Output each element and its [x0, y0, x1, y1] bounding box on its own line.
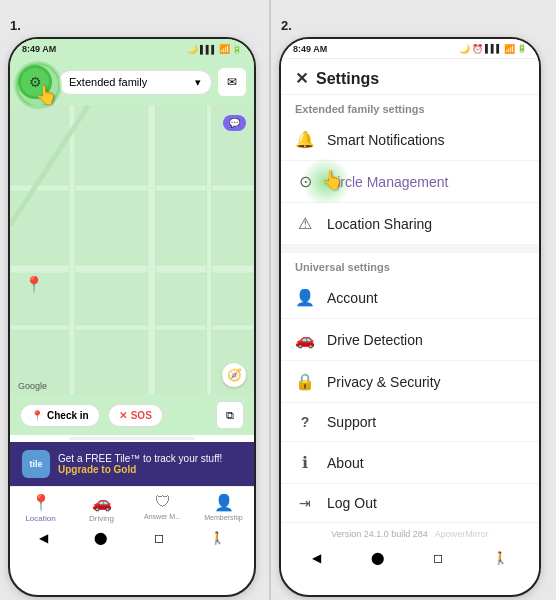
cursor-hand-2: 👆 — [321, 169, 343, 191]
nav-location[interactable]: 📍 Location — [10, 493, 71, 523]
svg-rect-4 — [69, 105, 75, 395]
settings-item-logout[interactable]: ⇥ Log Out — [281, 484, 539, 523]
nav-membership[interactable]: 👤 Membership — [193, 493, 254, 523]
layers-button[interactable]: ⧉ — [216, 401, 244, 429]
driving-nav-label: Driving — [89, 514, 114, 523]
status-bar-2: 8:49 AM 🌙 ⏰ ▌▌▌ 📶 🔋 — [281, 39, 539, 59]
tile-icon: tile — [22, 450, 50, 478]
bell-icon: 🔔 — [295, 130, 315, 149]
settings-item-account[interactable]: 👤 Account — [281, 277, 539, 319]
checkin-label: Check in — [47, 410, 89, 421]
checkin-icon: 📍 — [31, 410, 43, 421]
mail-icon: ✉ — [227, 75, 237, 89]
settings-item-drive-detection[interactable]: 🚗 Drive Detection — [281, 319, 539, 361]
svg-rect-5 — [148, 105, 156, 395]
account-icon: 👤 — [295, 288, 315, 307]
driving-nav-icon: 🚗 — [92, 493, 112, 512]
answer-nav-icon: 🛡 — [155, 493, 171, 511]
wifi-icon-2: 📶 — [504, 44, 515, 54]
moon-icon: 🌙 — [187, 44, 198, 54]
checkin-button[interactable]: 📍 Check in — [20, 404, 100, 427]
compass-button[interactable]: 🧭 — [222, 363, 246, 387]
home-btn[interactable]: ⬤ — [94, 531, 107, 545]
settings-item-about[interactable]: ℹ About — [281, 442, 539, 484]
svg-rect-2 — [10, 265, 254, 273]
svg-rect-0 — [10, 105, 254, 395]
settings-button[interactable]: ⚙ 👆 — [18, 65, 52, 99]
mail-button[interactable]: ✉ — [218, 68, 246, 96]
privacy-label: Privacy & Security — [327, 374, 441, 390]
scroll-indicator — [70, 437, 194, 440]
layers-icon: ⧉ — [226, 409, 234, 422]
signal-icon: ▌▌▌ — [200, 45, 217, 54]
membership-nav-label: Membership — [204, 514, 243, 521]
moon-icon-2: 🌙 — [459, 44, 470, 54]
step1-label: 1. — [10, 18, 261, 33]
smart-notifications-label: Smart Notifications — [327, 132, 444, 148]
settings-item-support[interactable]: ? Support — [281, 403, 539, 442]
person-btn-2[interactable]: 🚶 — [493, 551, 508, 565]
settings-item-privacy[interactable]: 🔒 Privacy & Security — [281, 361, 539, 403]
sos-button[interactable]: ✕ SOS — [108, 404, 163, 427]
family-dropdown[interactable]: Extended family ▾ — [58, 70, 212, 95]
upgrade-text: Upgrade to Gold — [58, 464, 242, 475]
chevron-down-icon: ▾ — [195, 76, 201, 89]
promo-banner[interactable]: tile Get a FREE Tile™ to track your stuf… — [10, 442, 254, 486]
svg-rect-3 — [10, 325, 254, 330]
signal-icon-2: ▌▌▌ — [485, 44, 502, 53]
alarm-icon: ⏰ — [472, 44, 483, 54]
location-nav-label: Location — [25, 514, 55, 523]
dropdown-label: Extended family — [69, 76, 147, 88]
person-btn[interactable]: 🚶 — [210, 531, 225, 545]
phone2-bottom-bar: ◀ ⬤ ◻ 🚶 — [281, 545, 539, 571]
action-row: 📍 Check in ✕ SOS ⧉ — [10, 395, 254, 435]
map-area: 💬 📍 Google 🧭 — [10, 105, 254, 395]
lock-icon: 🔒 — [295, 372, 315, 391]
info-icon: ℹ — [295, 453, 315, 472]
step2-label: 2. — [281, 18, 548, 33]
location-marker: 📍 — [24, 275, 44, 294]
time-2: 8:49 AM — [293, 44, 327, 54]
sos-label: SOS — [131, 410, 152, 421]
logout-icon: ⇥ — [295, 495, 315, 511]
membership-nav-icon: 👤 — [214, 493, 234, 512]
close-button[interactable]: ✕ — [295, 69, 308, 88]
svg-rect-6 — [207, 105, 212, 395]
nav-answer[interactable]: 🛡 Answer M... — [132, 493, 193, 523]
chat-bubble: 💬 — [223, 115, 246, 131]
nav-driving[interactable]: 🚗 Driving — [71, 493, 132, 523]
status-icons-2: 🌙 ⏰ ▌▌▌ 📶 🔋 — [459, 44, 527, 54]
square-btn-2[interactable]: ◻ — [433, 551, 443, 565]
settings-item-location-sharing[interactable]: ⚠ Location Sharing — [281, 203, 539, 245]
screen1-wrapper: 1. 8:49 AM 🌙 ▌▌▌ 📶 🔋 ⚙ 👆 Extended family — [0, 0, 269, 600]
promo-text: Get a FREE Tile™ to track your stuff! Up… — [58, 453, 242, 475]
svg-rect-1 — [10, 185, 254, 191]
settings-item-smart-notifications[interactable]: 🔔 Smart Notifications — [281, 119, 539, 161]
wifi-icon: 📶 — [219, 44, 230, 54]
home-btn-2[interactable]: ⬤ — [371, 551, 384, 565]
settings-item-circle-management[interactable]: ⊙ Circle Management 👆 — [281, 161, 539, 203]
square-btn[interactable]: ◻ — [154, 531, 164, 545]
back-btn-2[interactable]: ◀ — [312, 551, 321, 565]
family-section-title: Extended family settings — [281, 95, 539, 119]
drive-detection-label: Drive Detection — [327, 332, 423, 348]
time-1: 8:49 AM — [22, 44, 56, 54]
phone-bottom-bar: ◀ ⬤ ◻ 🚶 — [10, 525, 254, 551]
location-nav-icon: 📍 — [31, 493, 51, 512]
battery-icon: 🔋 — [232, 45, 242, 54]
promo-main-text: Get a FREE Tile™ to track your stuff! — [58, 453, 242, 464]
back-btn[interactable]: ◀ — [39, 531, 48, 545]
car-icon: 🚗 — [295, 330, 315, 349]
account-label: Account — [327, 290, 378, 306]
settings-header: ✕ Settings — [281, 59, 539, 94]
battery-icon-2: 🔋 — [517, 44, 527, 53]
universal-section-title: Universal settings — [281, 253, 539, 277]
warning-icon: ⚠ — [295, 214, 315, 233]
location-sharing-label: Location Sharing — [327, 216, 432, 232]
cursor-hand-1: 👆 — [35, 84, 57, 106]
status-icons-1: 🌙 ▌▌▌ 📶 🔋 — [187, 44, 242, 54]
map-roads-svg — [10, 105, 254, 395]
phone2: 8:49 AM 🌙 ⏰ ▌▌▌ 📶 🔋 ✕ Settings Extended … — [279, 37, 541, 597]
google-label: Google — [18, 381, 47, 391]
watermark-text: ApowerMirror — [435, 529, 489, 539]
